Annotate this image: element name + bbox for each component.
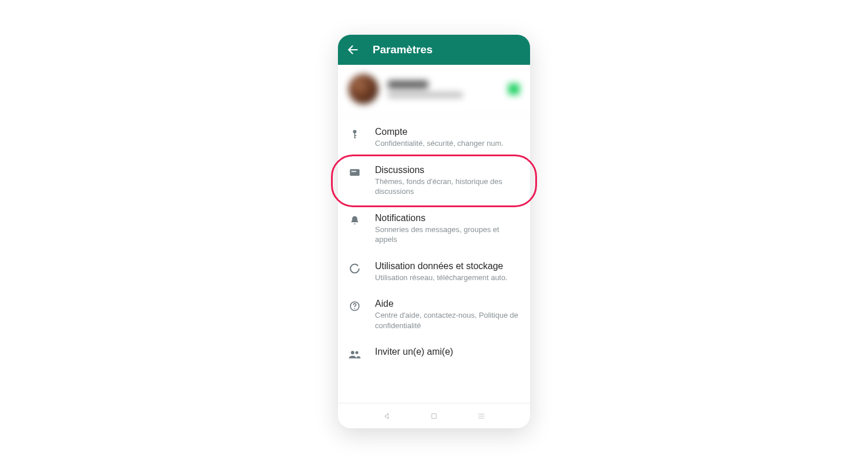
settings-list: Compte Confidentialité, sécurité, change… bbox=[338, 115, 530, 403]
settings-item-help[interactable]: Aide Centre d'aide, contactez-nous, Poli… bbox=[338, 291, 530, 339]
profile-text bbox=[388, 80, 499, 98]
svg-rect-5 bbox=[350, 169, 360, 176]
settings-item-subtitle: Confidentialité, sécurité, changer num. bbox=[375, 138, 520, 149]
settings-item-storage[interactable]: Utilisation données et stockage Utilisat… bbox=[338, 253, 530, 291]
settings-item-notifications[interactable]: Notifications Sonneries des messages, gr… bbox=[338, 205, 530, 253]
profile-name-blurred bbox=[388, 80, 428, 89]
qr-code-icon[interactable] bbox=[508, 83, 520, 95]
arrow-left-icon bbox=[347, 43, 359, 56]
settings-item-title: Notifications bbox=[375, 213, 520, 223]
svg-point-1 bbox=[353, 130, 356, 134]
data-usage-icon bbox=[348, 262, 361, 275]
settings-item-title: Inviter un(e) ami(e) bbox=[375, 347, 520, 357]
svg-point-11 bbox=[355, 351, 358, 354]
help-icon bbox=[348, 300, 361, 313]
settings-item-title: Utilisation données et stockage bbox=[375, 261, 520, 271]
settings-item-subtitle: Thèmes, fonds d'écran, historique des di… bbox=[375, 177, 520, 197]
settings-item-subtitle: Centre d'aide, contactez-nous, Politique… bbox=[375, 310, 520, 330]
settings-item-invite[interactable]: Inviter un(e) ami(e) bbox=[338, 339, 530, 369]
svg-rect-4 bbox=[354, 137, 356, 138]
svg-point-7 bbox=[351, 264, 359, 273]
svg-rect-13 bbox=[432, 413, 436, 418]
settings-item-account[interactable]: Compte Confidentialité, sécurité, change… bbox=[338, 119, 530, 157]
menu-recents-icon bbox=[477, 412, 486, 420]
settings-item-title: Aide bbox=[375, 299, 520, 309]
avatar bbox=[348, 74, 378, 104]
nav-back-button[interactable] bbox=[381, 411, 392, 421]
people-icon bbox=[348, 348, 361, 361]
svg-rect-6 bbox=[351, 171, 356, 172]
settings-item-chats[interactable]: Discussions Thèmes, fonds d'écran, histo… bbox=[338, 157, 530, 205]
svg-point-10 bbox=[351, 351, 354, 355]
settings-item-title: Compte bbox=[375, 127, 520, 137]
nav-recents-button[interactable] bbox=[476, 411, 487, 421]
svg-rect-3 bbox=[354, 135, 356, 137]
bell-icon bbox=[348, 214, 361, 227]
phone-frame: Paramètres Compte Confidentialité, sécur… bbox=[338, 35, 530, 428]
app-bar: Paramètres bbox=[338, 35, 530, 65]
key-icon bbox=[348, 128, 361, 141]
triangle-back-icon bbox=[382, 412, 391, 420]
nav-home-button[interactable] bbox=[429, 411, 439, 421]
settings-item-subtitle: Sonneries des messages, groupes et appel… bbox=[375, 225, 520, 245]
back-button[interactable] bbox=[346, 43, 360, 57]
settings-item-subtitle: Utilisation réseau, téléchargement auto. bbox=[375, 273, 520, 283]
chat-icon bbox=[348, 166, 361, 179]
settings-item-title: Discussions bbox=[375, 165, 520, 175]
svg-marker-12 bbox=[385, 413, 388, 418]
profile-status-blurred bbox=[388, 92, 463, 98]
square-home-icon bbox=[430, 412, 438, 420]
profile-row[interactable] bbox=[338, 65, 530, 115]
page-title: Paramètres bbox=[373, 43, 433, 56]
svg-point-9 bbox=[354, 308, 355, 310]
android-nav-bar bbox=[338, 403, 530, 428]
